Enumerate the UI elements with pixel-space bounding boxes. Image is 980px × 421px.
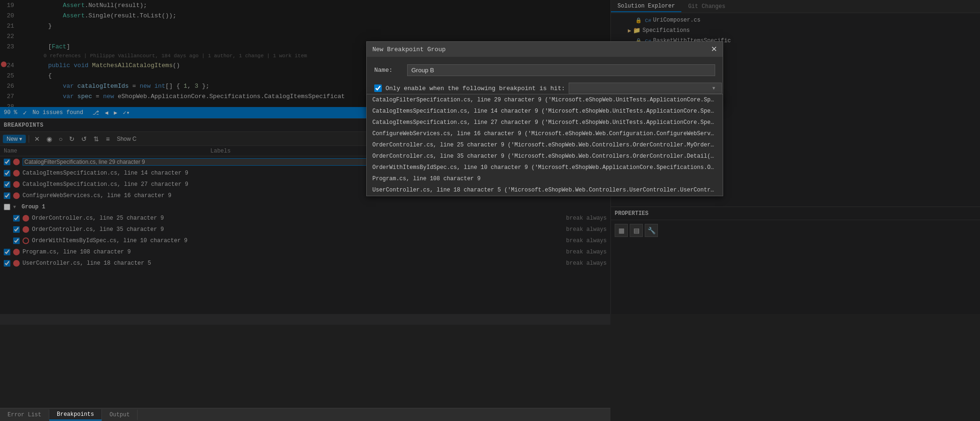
breakpoint-dropdown-list[interactable]: CatalogFilterSpecification.cs, line 29 c…	[366, 94, 723, 196]
dropdown-item-7[interactable]: OrderWithItemsByIdSpec.cs, line 10 chara…	[367, 162, 723, 173]
dialog-title: New Breakpoint Group	[372, 46, 446, 53]
tab-error-list[interactable]: Error List	[0, 410, 49, 420]
dropdown-item-3[interactable]: CatalogItemsSpecification.cs, line 27 ch…	[367, 117, 723, 128]
dialog-breakpoint-dropdown[interactable]	[569, 83, 722, 94]
dialog-name-input[interactable]	[407, 64, 715, 76]
dropdown-item-8[interactable]: Program.cs, line 108 character 9	[367, 173, 723, 184]
dropdown-item-6[interactable]: OrderController.cs, line 35 character 9 …	[367, 151, 723, 162]
dropdown-item-5[interactable]: OrderController.cs, line 25 character 9 …	[367, 139, 723, 151]
dialog-close-button[interactable]: ✕	[711, 46, 717, 53]
dropdown-item-4[interactable]: ConfigureWebServices.cs, line 16 charact…	[367, 128, 723, 139]
tab-breakpoints[interactable]: Breakpoints	[49, 409, 102, 421]
bottom-tabs: Error List Breakpoints Output	[0, 408, 610, 421]
dialog-title-bar: New Breakpoint Group ✕	[367, 42, 723, 57]
dialog-name-row: Name:	[374, 64, 715, 76]
dialog-enable-checkbox[interactable]	[374, 84, 382, 92]
tab-output[interactable]: Output	[102, 410, 138, 420]
dropdown-item-1[interactable]: CatalogFilterSpecification.cs, line 29 c…	[367, 94, 723, 106]
dialog-checkbox-row: Only enable when the following breakpoin…	[374, 83, 715, 94]
dialog-name-label: Name:	[374, 67, 402, 74]
dropdown-item-2[interactable]: CatalogItemsSpecification.cs, line 14 ch…	[367, 106, 723, 117]
dropdown-item-9[interactable]: UserController.cs, line 18 character 5 (…	[367, 184, 723, 196]
dialog-checkbox-label: Only enable when the following breakpoin…	[386, 85, 565, 92]
